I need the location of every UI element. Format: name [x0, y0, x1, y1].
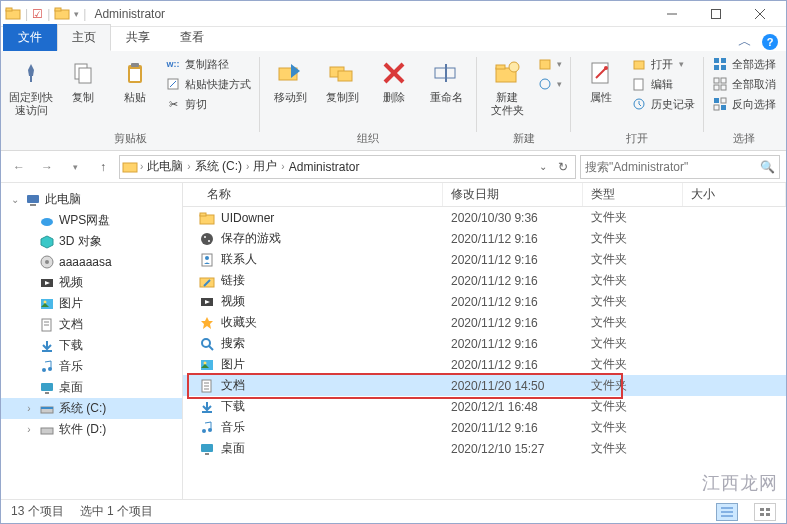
folder-small-icon[interactable]: [54, 6, 70, 22]
svg-rect-5: [712, 9, 721, 18]
paste-shortcut-button[interactable]: 粘贴快捷方式: [163, 75, 253, 93]
move-to-button[interactable]: 移动到: [266, 55, 314, 106]
chevron-right-icon[interactable]: ›: [23, 424, 35, 435]
search-icon[interactable]: 🔍: [760, 160, 775, 174]
nav-desktop[interactable]: 桌面: [1, 377, 182, 398]
select-none-button[interactable]: 全部取消: [710, 75, 778, 93]
select-all-button[interactable]: 全部选择: [710, 55, 778, 73]
file-row[interactable]: 链接2020/11/12 9:16文件夹: [183, 270, 786, 291]
edit-button[interactable]: 编辑: [629, 75, 697, 93]
svg-rect-42: [721, 98, 726, 103]
copy-to-button[interactable]: 复制到: [318, 55, 366, 106]
nav-documents[interactable]: 文档: [1, 314, 182, 335]
invert-select-button[interactable]: 反向选择: [710, 95, 778, 113]
col-date[interactable]: 修改日期: [443, 183, 583, 206]
properties-button[interactable]: 属性: [577, 55, 625, 106]
nav-recent-button[interactable]: ▾: [63, 155, 87, 179]
svg-rect-90: [766, 508, 770, 511]
nav-wps[interactable]: WPS网盘: [1, 210, 182, 231]
qat-dropdown-icon[interactable]: ▾: [74, 9, 79, 19]
nav-pictures[interactable]: 图片: [1, 293, 182, 314]
crumb-sep-icon[interactable]: ›: [279, 161, 286, 172]
paste-button[interactable]: 粘贴: [111, 55, 159, 106]
col-name[interactable]: 名称: [183, 183, 443, 206]
history-button[interactable]: 历史记录: [629, 95, 697, 113]
crumb-sep-icon[interactable]: ›: [185, 161, 192, 172]
svg-rect-91: [760, 513, 764, 516]
easy-access-button[interactable]: ▾: [535, 75, 564, 93]
file-row[interactable]: 收藏夹2020/11/12 9:16文件夹: [183, 312, 786, 333]
crumb-cdrive[interactable]: 系统 (C:): [193, 158, 244, 175]
nav-cdrive[interactable]: ›系统 (C:): [1, 398, 182, 419]
file-row[interactable]: UIDowner2020/10/30 9:36文件夹: [183, 207, 786, 228]
file-row[interactable]: 音乐2020/11/12 9:16文件夹: [183, 417, 786, 438]
file-row[interactable]: 搜索2020/11/12 9:16文件夹: [183, 333, 786, 354]
search-box[interactable]: 🔍: [580, 155, 780, 179]
col-size[interactable]: 大小: [683, 183, 786, 206]
file-list[interactable]: UIDowner2020/10/30 9:36文件夹保存的游戏2020/11/1…: [183, 207, 786, 499]
copy-button[interactable]: 复制: [59, 55, 107, 106]
crumb-this-pc[interactable]: 此电脑: [145, 158, 185, 175]
file-row[interactable]: 保存的游戏2020/11/12 9:16文件夹: [183, 228, 786, 249]
explorer-window: | ☑ | ▾ | Administrator 文件 主页 共享 查看 ︿ ?: [0, 0, 787, 524]
svg-point-70: [205, 256, 209, 260]
new-folder-label: 新建 文件夹: [491, 91, 524, 117]
crumb-sep-icon[interactable]: ›: [138, 161, 145, 172]
file-row[interactable]: 图片2020/11/12 9:16文件夹: [183, 354, 786, 375]
icons-view-button[interactable]: [754, 503, 776, 521]
crumb-sep-icon[interactable]: ›: [244, 161, 251, 172]
nav-forward-button[interactable]: →: [35, 155, 59, 179]
nav-back-button[interactable]: ←: [7, 155, 31, 179]
address-bar[interactable]: › 此电脑 › 系统 (C:) › 用户 › Administrator ⌄ ↻: [119, 155, 576, 179]
nav-up-button[interactable]: ↑: [91, 155, 115, 179]
file-row[interactable]: 联系人2020/11/12 9:16文件夹: [183, 249, 786, 270]
details-view-button[interactable]: [716, 503, 738, 521]
file-row[interactable]: 桌面2020/12/10 15:27文件夹: [183, 438, 786, 459]
chevron-down-icon[interactable]: ⌄: [9, 194, 21, 205]
tab-view[interactable]: 查看: [165, 24, 219, 51]
collapse-ribbon-icon[interactable]: ︿: [738, 33, 752, 51]
search-input[interactable]: [585, 160, 760, 174]
file-row[interactable]: 下载2020/12/1 16:48文件夹: [183, 396, 786, 417]
tab-file[interactable]: 文件: [3, 24, 57, 51]
properties-icon: [585, 57, 617, 89]
new-folder-button[interactable]: 新建 文件夹: [483, 55, 531, 119]
nav-this-pc[interactable]: ⌄此电脑: [1, 189, 182, 210]
open-button[interactable]: 打开▾: [629, 55, 697, 73]
file-row[interactable]: 文档2020/11/20 14:50文件夹: [183, 375, 786, 396]
new-item-button[interactable]: ▾: [535, 55, 564, 73]
chevron-right-icon[interactable]: ›: [23, 403, 35, 414]
nav-label: 图片: [59, 295, 83, 312]
addr-dropdown-icon[interactable]: ⌄: [533, 157, 553, 177]
file-name: UIDowner: [221, 211, 274, 225]
qat-check-icon[interactable]: ☑: [32, 7, 43, 21]
nav-music[interactable]: 音乐: [1, 356, 182, 377]
music-icon: [199, 420, 215, 436]
close-button[interactable]: [738, 1, 782, 27]
rename-button[interactable]: 重命名: [422, 55, 470, 106]
file-name: 链接: [221, 272, 245, 289]
minimize-button[interactable]: [650, 1, 694, 27]
pin-button[interactable]: 固定到快 速访问: [7, 55, 55, 119]
maximize-button[interactable]: [694, 1, 738, 27]
tab-share[interactable]: 共享: [111, 24, 165, 51]
delete-button[interactable]: 删除: [370, 55, 418, 106]
refresh-icon[interactable]: ↻: [553, 157, 573, 177]
col-type[interactable]: 类型: [583, 183, 683, 206]
file-date: 2020/11/12 9:16: [443, 253, 583, 267]
cut-button[interactable]: ✂剪切: [163, 95, 253, 113]
nav-3d[interactable]: 3D 对象: [1, 231, 182, 252]
tab-home[interactable]: 主页: [57, 24, 111, 51]
nav-ddrive[interactable]: ›软件 (D:): [1, 419, 182, 440]
file-row[interactable]: 视频2020/11/12 9:16文件夹: [183, 291, 786, 312]
properties-label: 属性: [590, 91, 612, 104]
crumb-administrator[interactable]: Administrator: [287, 160, 362, 174]
crumb-users[interactable]: 用户: [251, 158, 279, 175]
ribbon-tabs: 文件 主页 共享 查看 ︿ ?: [1, 27, 786, 51]
nav-aaa[interactable]: aaaaaasa: [1, 252, 182, 272]
pictures-icon: [199, 357, 215, 373]
copy-path-button[interactable]: w::复制路径: [163, 55, 253, 73]
nav-videos[interactable]: 视频: [1, 272, 182, 293]
nav-downloads[interactable]: 下载: [1, 335, 182, 356]
help-icon[interactable]: ?: [762, 34, 778, 50]
